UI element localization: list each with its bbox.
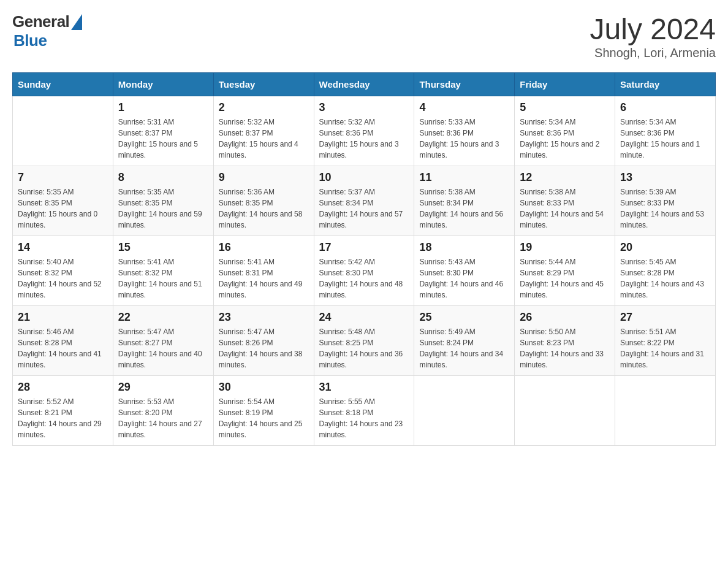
calendar-cell bbox=[13, 96, 113, 166]
day-number: 22 bbox=[118, 311, 208, 324]
calendar-cell: 18Sunrise: 5:43 AMSunset: 8:30 PMDayligh… bbox=[414, 236, 515, 306]
page-header: General Blue July 2024 Shnogh, Lori, Arm… bbox=[12, 12, 716, 60]
day-number: 17 bbox=[319, 241, 409, 254]
calendar-cell: 7Sunrise: 5:35 AMSunset: 8:35 PMDaylight… bbox=[13, 166, 113, 236]
calendar-cell: 12Sunrise: 5:38 AMSunset: 8:33 PMDayligh… bbox=[515, 166, 615, 236]
day-number: 1 bbox=[118, 101, 208, 114]
calendar-cell: 19Sunrise: 5:44 AMSunset: 8:29 PMDayligh… bbox=[515, 236, 615, 306]
day-info: Sunrise: 5:38 AMSunset: 8:33 PMDaylight:… bbox=[520, 186, 610, 231]
day-info: Sunrise: 5:45 AMSunset: 8:28 PMDaylight:… bbox=[620, 256, 710, 301]
logo-blue-text: Blue bbox=[13, 31, 47, 50]
calendar-cell: 23Sunrise: 5:47 AMSunset: 8:26 PMDayligh… bbox=[213, 306, 314, 376]
day-number: 18 bbox=[419, 241, 509, 254]
day-number: 14 bbox=[18, 241, 108, 254]
calendar-cell: 8Sunrise: 5:35 AMSunset: 8:35 PMDaylight… bbox=[113, 166, 213, 236]
day-number: 6 bbox=[620, 101, 710, 114]
day-info: Sunrise: 5:33 AMSunset: 8:36 PMDaylight:… bbox=[419, 117, 509, 161]
calendar-cell: 5Sunrise: 5:34 AMSunset: 8:36 PMDaylight… bbox=[515, 96, 615, 166]
day-number: 26 bbox=[520, 311, 610, 324]
calendar-cell: 15Sunrise: 5:41 AMSunset: 8:32 PMDayligh… bbox=[113, 236, 213, 306]
day-number: 19 bbox=[520, 241, 610, 254]
calendar-cell: 4Sunrise: 5:33 AMSunset: 8:36 PMDaylight… bbox=[414, 96, 515, 166]
calendar-cell: 11Sunrise: 5:38 AMSunset: 8:34 PMDayligh… bbox=[414, 166, 515, 236]
calendar-day-header: Sunday bbox=[13, 73, 113, 96]
title-section: July 2024 Shnogh, Lori, Armenia bbox=[590, 12, 716, 60]
day-info: Sunrise: 5:40 AMSunset: 8:32 PMDaylight:… bbox=[18, 256, 108, 301]
day-number: 20 bbox=[620, 241, 710, 254]
day-info: Sunrise: 5:53 AMSunset: 8:20 PMDaylight:… bbox=[118, 396, 208, 440]
day-info: Sunrise: 5:34 AMSunset: 8:36 PMDaylight:… bbox=[620, 117, 710, 161]
day-info: Sunrise: 5:41 AMSunset: 8:32 PMDaylight:… bbox=[118, 256, 208, 301]
calendar-day-header: Saturday bbox=[615, 73, 716, 96]
day-info: Sunrise: 5:44 AMSunset: 8:29 PMDaylight:… bbox=[520, 256, 610, 301]
day-info: Sunrise: 5:46 AMSunset: 8:28 PMDaylight:… bbox=[18, 326, 108, 370]
calendar-cell: 3Sunrise: 5:32 AMSunset: 8:36 PMDaylight… bbox=[314, 96, 414, 166]
day-info: Sunrise: 5:32 AMSunset: 8:37 PMDaylight:… bbox=[219, 117, 309, 161]
day-number: 13 bbox=[620, 171, 710, 184]
day-number: 7 bbox=[18, 171, 108, 184]
day-info: Sunrise: 5:51 AMSunset: 8:22 PMDaylight:… bbox=[620, 326, 710, 370]
day-info: Sunrise: 5:47 AMSunset: 8:27 PMDaylight:… bbox=[118, 326, 208, 370]
day-number: 30 bbox=[219, 381, 309, 394]
day-number: 12 bbox=[520, 171, 610, 184]
day-info: Sunrise: 5:50 AMSunset: 8:23 PMDaylight:… bbox=[520, 326, 610, 370]
calendar-week-row: 28Sunrise: 5:52 AMSunset: 8:21 PMDayligh… bbox=[13, 376, 716, 446]
month-title: July 2024 bbox=[590, 12, 716, 46]
calendar-cell: 2Sunrise: 5:32 AMSunset: 8:37 PMDaylight… bbox=[213, 96, 314, 166]
day-number: 5 bbox=[520, 101, 610, 114]
calendar-cell: 29Sunrise: 5:53 AMSunset: 8:20 PMDayligh… bbox=[113, 376, 213, 446]
day-number: 25 bbox=[419, 311, 509, 324]
calendar-cell: 28Sunrise: 5:52 AMSunset: 8:21 PMDayligh… bbox=[13, 376, 113, 446]
day-number: 28 bbox=[18, 381, 108, 394]
calendar-week-row: 7Sunrise: 5:35 AMSunset: 8:35 PMDaylight… bbox=[13, 166, 716, 236]
calendar-cell: 21Sunrise: 5:46 AMSunset: 8:28 PMDayligh… bbox=[13, 306, 113, 376]
day-number: 4 bbox=[419, 101, 509, 114]
calendar-cell bbox=[615, 376, 716, 446]
day-number: 8 bbox=[118, 171, 208, 184]
calendar-cell: 9Sunrise: 5:36 AMSunset: 8:35 PMDaylight… bbox=[213, 166, 314, 236]
day-info: Sunrise: 5:32 AMSunset: 8:36 PMDaylight:… bbox=[319, 117, 409, 161]
day-info: Sunrise: 5:38 AMSunset: 8:34 PMDaylight:… bbox=[419, 186, 509, 231]
day-info: Sunrise: 5:48 AMSunset: 8:25 PMDaylight:… bbox=[319, 326, 409, 370]
day-info: Sunrise: 5:41 AMSunset: 8:31 PMDaylight:… bbox=[219, 256, 309, 301]
day-number: 31 bbox=[319, 381, 409, 394]
calendar-cell bbox=[414, 376, 515, 446]
calendar-week-row: 21Sunrise: 5:46 AMSunset: 8:28 PMDayligh… bbox=[13, 306, 716, 376]
day-info: Sunrise: 5:31 AMSunset: 8:37 PMDaylight:… bbox=[118, 117, 208, 161]
day-info: Sunrise: 5:49 AMSunset: 8:24 PMDaylight:… bbox=[419, 326, 509, 370]
day-number: 23 bbox=[219, 311, 309, 324]
day-number: 10 bbox=[319, 171, 409, 184]
calendar-cell bbox=[515, 376, 615, 446]
day-info: Sunrise: 5:37 AMSunset: 8:34 PMDaylight:… bbox=[319, 186, 409, 231]
calendar-header-row: SundayMondayTuesdayWednesdayThursdayFrid… bbox=[13, 73, 716, 96]
calendar-week-row: 14Sunrise: 5:40 AMSunset: 8:32 PMDayligh… bbox=[13, 236, 716, 306]
calendar-cell: 30Sunrise: 5:54 AMSunset: 8:19 PMDayligh… bbox=[213, 376, 314, 446]
calendar-week-row: 1Sunrise: 5:31 AMSunset: 8:37 PMDaylight… bbox=[13, 96, 716, 166]
calendar-day-header: Tuesday bbox=[213, 73, 314, 96]
day-info: Sunrise: 5:36 AMSunset: 8:35 PMDaylight:… bbox=[219, 186, 309, 231]
day-number: 16 bbox=[219, 241, 309, 254]
calendar-cell: 14Sunrise: 5:40 AMSunset: 8:32 PMDayligh… bbox=[13, 236, 113, 306]
day-info: Sunrise: 5:39 AMSunset: 8:33 PMDaylight:… bbox=[620, 186, 710, 231]
day-info: Sunrise: 5:42 AMSunset: 8:30 PMDaylight:… bbox=[319, 256, 409, 301]
day-number: 15 bbox=[118, 241, 208, 254]
day-number: 9 bbox=[219, 171, 309, 184]
logo-general-text: General bbox=[12, 12, 69, 31]
day-number: 21 bbox=[18, 311, 108, 324]
calendar-day-header: Friday bbox=[515, 73, 615, 96]
calendar-cell: 26Sunrise: 5:50 AMSunset: 8:23 PMDayligh… bbox=[515, 306, 615, 376]
calendar-cell: 20Sunrise: 5:45 AMSunset: 8:28 PMDayligh… bbox=[615, 236, 716, 306]
day-number: 24 bbox=[319, 311, 409, 324]
logo: General Blue bbox=[12, 12, 82, 50]
day-info: Sunrise: 5:54 AMSunset: 8:19 PMDaylight:… bbox=[219, 396, 309, 440]
day-number: 3 bbox=[319, 101, 409, 114]
day-info: Sunrise: 5:35 AMSunset: 8:35 PMDaylight:… bbox=[118, 186, 208, 231]
calendar-cell: 25Sunrise: 5:49 AMSunset: 8:24 PMDayligh… bbox=[414, 306, 515, 376]
day-info: Sunrise: 5:34 AMSunset: 8:36 PMDaylight:… bbox=[520, 117, 610, 161]
location-title: Shnogh, Lori, Armenia bbox=[590, 46, 716, 60]
logo-triangle-icon bbox=[71, 14, 82, 30]
calendar-day-header: Wednesday bbox=[314, 73, 414, 96]
calendar-cell: 1Sunrise: 5:31 AMSunset: 8:37 PMDaylight… bbox=[113, 96, 213, 166]
calendar-cell: 13Sunrise: 5:39 AMSunset: 8:33 PMDayligh… bbox=[615, 166, 716, 236]
day-info: Sunrise: 5:43 AMSunset: 8:30 PMDaylight:… bbox=[419, 256, 509, 301]
